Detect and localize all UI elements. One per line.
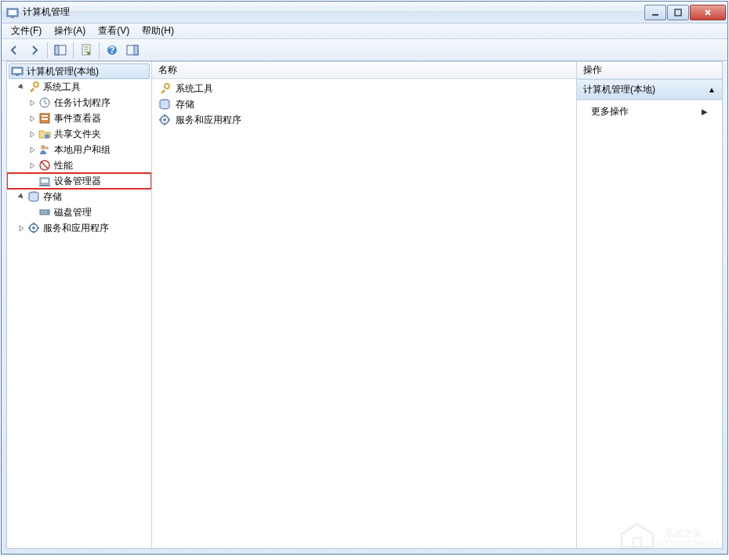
list-item-label: 服务和应用程序 [176,114,241,127]
tree-services[interactable]: 服务和应用程序 [7,220,151,236]
help-button[interactable]: ? [103,41,121,60]
svg-rect-1 [9,10,16,15]
tools-icon [158,82,171,95]
tree-storage[interactable]: 存储 [7,189,151,204]
svg-rect-4 [675,9,681,16]
list-item-label: 系统工具 [176,82,213,96]
app-icon [6,6,19,19]
show-hide-action-button[interactable] [123,41,142,60]
toolbar-separator [47,42,48,58]
tree-label: 计算机管理(本地) [27,65,99,78]
actions-body: 计算机管理(本地) ▲ 更多操作 ▶ [577,79,722,548]
svg-rect-2 [11,16,14,18]
expander-expand-icon[interactable] [27,129,37,139]
toolbar: ? [2,39,727,61]
svg-point-22 [41,145,45,150]
tree-shared-folders[interactable]: 共享文件夹 [7,126,151,142]
expander-expand-icon[interactable] [27,145,37,154]
svg-point-23 [45,146,49,150]
tree-label: 系统工具 [43,81,81,94]
svg-rect-15 [16,74,19,76]
tree-device-manager[interactable]: 设备管理器 [7,173,151,189]
tree-label: 共享文件夹 [54,128,101,141]
tree-local-users[interactable]: 本地用户和组 [7,142,151,157]
maximize-button[interactable] [667,5,689,20]
properties-button[interactable] [77,41,96,60]
tools-icon [27,81,40,93]
menu-action[interactable]: 操作(A) [48,23,92,39]
svg-rect-26 [42,179,48,182]
event-icon [38,112,51,125]
list-item-system-tools[interactable]: 系统工具 [155,81,573,96]
svg-rect-12 [134,45,138,55]
toolbar-separator [99,42,100,58]
svg-point-33 [165,84,169,89]
device-icon [38,175,51,187]
expander-collapse-icon[interactable] [16,192,26,201]
actions-group-title[interactable]: 计算机管理(本地) ▲ [577,79,722,100]
menu-view[interactable]: 查看(V) [92,23,136,39]
clock-icon [38,96,51,109]
expander-expand-icon[interactable] [27,161,37,170]
close-button[interactable] [690,5,726,20]
folder-share-icon [38,128,51,140]
actions-header: 操作 [577,62,722,79]
tree-disk-management[interactable]: 磁盘管理 [7,204,151,220]
tree-task-scheduler[interactable]: 任务计划程序 [7,95,151,110]
services-icon [158,114,171,126]
services-icon [27,222,40,234]
tree-label: 任务计划程序 [54,96,111,110]
menu-help[interactable]: 帮助(H) [136,23,180,39]
toolbar-separator [73,42,74,58]
tree-label: 存储 [43,190,62,204]
menu-file[interactable]: 文件(F) [5,23,48,39]
actions-more[interactable]: 更多操作 ▶ [577,100,722,123]
tree-body[interactable]: 计算机管理(本地) 系统工具 [7,62,151,548]
collapse-icon: ▲ [708,85,716,94]
tree-label: 磁盘管理 [54,206,92,219]
svg-rect-6 [55,45,59,55]
tree-panel: 计算机管理(本地) 系统工具 [7,62,152,548]
forward-button[interactable] [25,41,44,60]
svg-point-30 [47,211,49,213]
tree-system-tools[interactable]: 系统工具 [7,79,151,95]
svg-point-8 [87,52,90,55]
tree-label: 事件查看器 [54,112,101,125]
show-hide-tree-button[interactable] [51,41,70,60]
actions-group-label: 计算机管理(本地) [583,83,655,96]
tree-performance[interactable]: 性能 [7,157,151,173]
list-body[interactable]: 系统工具 存储 服务和应用程序 [152,79,576,548]
column-name: 名称 [158,63,177,77]
window-title: 计算机管理 [23,5,644,19]
users-icon [38,143,51,156]
list-item-services[interactable]: 服务和应用程序 [155,112,573,128]
svg-rect-20 [42,118,48,120]
storage-icon [27,190,40,203]
chevron-right-icon: ▶ [702,107,708,116]
actions-item-label: 更多操作 [591,105,629,118]
computer-icon [11,65,24,78]
minimize-button[interactable] [644,5,666,20]
list-item-storage[interactable]: 存储 [155,96,573,112]
list-column-header[interactable]: 名称 [152,62,576,79]
actions-panel: 操作 计算机管理(本地) ▲ 更多操作 ▶ [577,62,722,548]
svg-rect-14 [13,69,21,73]
svg-rect-27 [39,185,50,186]
computer-management-window: 计算机管理 文件(F) 操作(A) 查看(V) 帮助(H) [1,1,728,555]
tree-label: 服务和应用程序 [43,222,109,235]
expander-expand-icon[interactable] [16,223,26,233]
titlebar: 计算机管理 [2,2,727,23]
expander-expand-icon[interactable] [27,114,37,123]
svg-rect-19 [42,115,48,117]
tree-root[interactable]: 计算机管理(本地) [9,63,150,79]
tree-label: 性能 [54,159,73,172]
list-panel: 名称 系统工具 存储 [152,62,577,548]
expander-expand-icon[interactable] [27,98,37,107]
list-item-label: 存储 [176,98,194,111]
expander-collapse-icon[interactable] [16,82,26,92]
svg-point-36 [163,118,166,121]
tree-event-viewer[interactable]: 事件查看器 [7,110,151,126]
window-controls [644,5,726,20]
back-button[interactable] [5,41,24,60]
disk-icon [38,206,51,219]
